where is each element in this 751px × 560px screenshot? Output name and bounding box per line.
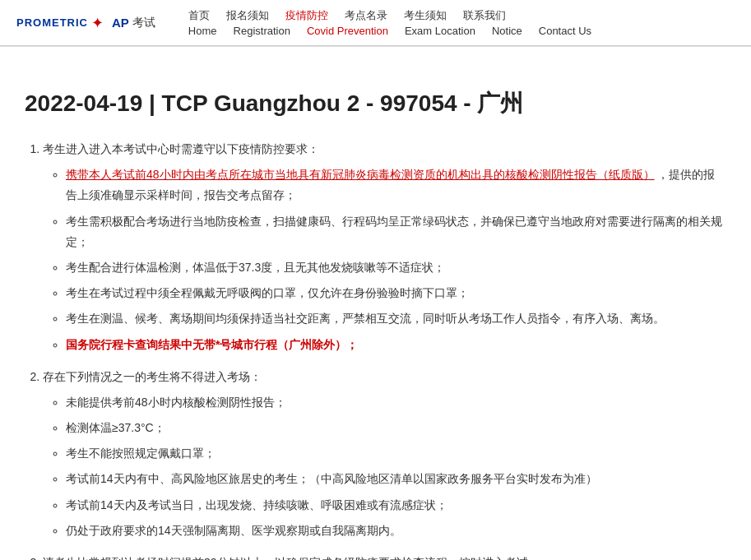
list-item: 存在下列情况之一的考生将不得进入考场： 未能提供考前48小时内核酸检测阴性报告；… <box>43 367 726 541</box>
list-item: 未能提供考前48小时内核酸检测阴性报告； <box>66 392 726 413</box>
sub-list: 未能提供考前48小时内核酸检测阴性报告； 检测体温≥37.3°C； 考生不能按照… <box>43 392 726 541</box>
nav-home-en[interactable]: Home <box>188 25 217 37</box>
nav-notice-cn[interactable]: 考生须知 <box>404 8 447 23</box>
nav-covid-cn[interactable]: 疫情防控 <box>285 8 328 23</box>
logo-area: PROMETRIC ✦ AP 考试 <box>16 14 155 32</box>
nav-home-cn[interactable]: 首页 <box>188 8 210 23</box>
list-item: 请考生比常规到达考场时间提前30分钟以上，以确保完成各级防疫要求检查流程，按时进… <box>43 553 726 560</box>
section-intro: 存在下列情况之一的考生将不得进入考场： <box>43 367 726 387</box>
list-item: 考生不能按照规定佩戴口罩； <box>66 443 726 464</box>
sub-list: 携带本人考试前48小时内由考点所在城市当地具有新冠肺炎病毒检测资质的机构出具的核… <box>43 164 726 355</box>
nav-row-english: Home Registration Covid Prevention Exam … <box>188 25 591 37</box>
nav-examlocation-en[interactable]: Exam Location <box>405 25 475 37</box>
red-link-text: 携带本人考试前48小时内由考点所在城市当地具有新冠肺炎病毒检测资质的机构出具的核… <box>66 168 655 181</box>
list-item: 考试前14天内有中、高风险地区旅居史的考生；（中高风险地区清单以国家政务服务平台… <box>66 469 726 489</box>
list-item: 考生在考试过程中须全程佩戴无呼吸阀的口罩，仅允许在身份验验时摘下口罩； <box>66 283 726 303</box>
list-item: 携带本人考试前48小时内由考点所在城市当地具有新冠肺炎病毒检测资质的机构出具的核… <box>66 164 726 206</box>
header: PROMETRIC ✦ AP 考试 首页 报名须知 疫情防控 考点名录 考生须知… <box>0 0 751 46</box>
nav-row-chinese: 首页 报名须知 疫情防控 考点名录 考生须知 联系我们 <box>188 8 591 23</box>
navigation: 首页 报名须知 疫情防控 考点名录 考生须知 联系我们 Home Registr… <box>188 8 591 37</box>
nav-notice-en[interactable]: Notice <box>492 25 522 37</box>
logo-star-icon: ✦ <box>91 14 104 32</box>
list-item: 检测体温≥37.3°C； <box>66 418 726 438</box>
nav-contact-en[interactable]: Contact Us <box>539 25 591 37</box>
main-content: 2022-04-19 | TCP Guangzhou 2 - 997054 - … <box>0 63 751 560</box>
list-item: 考生进入进入本考试中心时需遵守以下疫情防控要求： 携带本人考试前48小时内由考点… <box>43 139 726 355</box>
list-item: 考生配合进行体温检测，体温低于37.3度，且无其他发烧咳嗽等不适症状； <box>66 257 726 278</box>
list-item: 国务院行程卡查询结果中无带*号城市行程（广州除外）； <box>66 335 726 355</box>
logo-ap-cn: 考试 <box>132 16 155 30</box>
bold-red-text: 国务院行程卡查询结果中无带*号城市行程（广州除外）； <box>66 338 358 351</box>
nav-examlocation-cn[interactable]: 考点名录 <box>345 8 387 23</box>
logo-prometric: PROMETRIC <box>16 16 88 29</box>
list-item: 仍处于政府要求的14天强制隔离期、医学观察期或自我隔离期内。 <box>66 521 726 541</box>
main-list: 考生进入进入本考试中心时需遵守以下疫情防控要求： 携带本人考试前48小时内由考点… <box>25 139 726 560</box>
nav-registration-cn[interactable]: 报名须知 <box>226 8 269 23</box>
nav-covid-en[interactable]: Covid Prevention <box>307 25 388 37</box>
header-divider <box>0 46 751 47</box>
logo-ap: AP <box>112 16 129 30</box>
nav-contact-cn[interactable]: 联系我们 <box>463 8 506 23</box>
nav-registration-en[interactable]: Registration <box>234 25 290 37</box>
list-item: 考试前14天内及考试当日，出现发烧、持续咳嗽、呼吸困难或有流感症状； <box>66 495 726 516</box>
section-intro: 考生进入进入本考试中心时需遵守以下疫情防控要求： <box>43 139 726 160</box>
list-item: 考生在测温、候考、离场期间均须保持适当社交距离，严禁相互交流，同时听从考场工作人… <box>66 308 726 329</box>
list-item: 考生需积极配合考场进行当地防疫检查，扫描健康码、行程码均呈正常绿码状态，并确保已… <box>66 211 726 252</box>
page-title: 2022-04-19 | TCP Guangzhou 2 - 997054 - … <box>25 88 726 119</box>
